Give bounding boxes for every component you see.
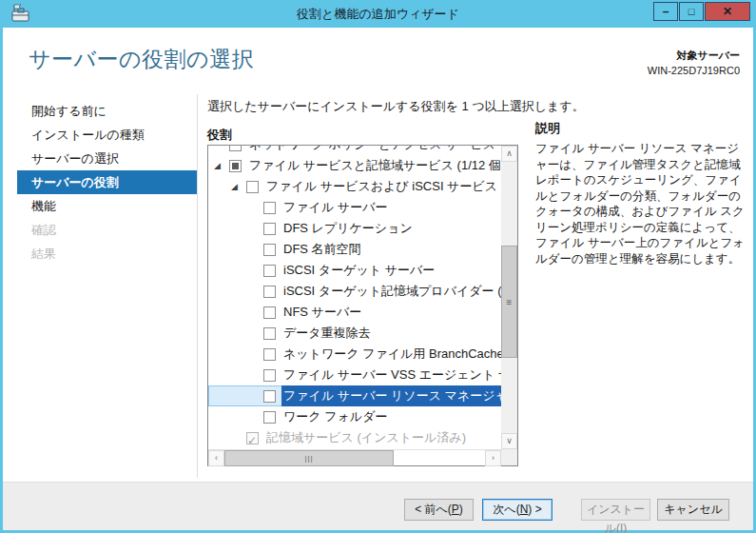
roles-tree: ネットワーク ポリシーとアクセス サービス◢ファイル サービスと記憶域サービス … [208,146,501,449]
sidebar-item-before-begin[interactable]: 開始する前に [17,99,198,123]
roles-tree-listbox: ネットワーク ポリシーとアクセス サービス◢ファイル サービスと記憶域サービス … [207,145,518,466]
vertical-scrollbar[interactable]: ∧ ≡ ∨ [501,146,517,449]
tree-item-label: データ重複除去 [281,323,373,344]
tree-item-label: ネットワーク ファイル用 BranchCache [281,344,501,365]
tree-item-label: DFS レプリケーション [281,218,415,239]
scroll-right-button[interactable]: › [485,450,501,466]
back-button[interactable]: < 前へ(P) [404,499,474,521]
checkbox[interactable] [229,160,242,172]
tree-item[interactable]: ネットワーク ファイル用 BranchCache [208,344,501,365]
tree-item[interactable]: ◢ファイル サービスと記憶域サービス (1/12 個をインストー [208,155,501,176]
vertical-scrollbar-thumb[interactable]: ≡ [501,246,517,358]
tree-item-label: ファイル サーバー リソース マネージャー [281,385,501,406]
checkbox[interactable] [263,223,276,235]
checkbox[interactable] [263,202,276,214]
checkbox[interactable] [263,348,276,361]
checkbox[interactable] [263,244,276,256]
expander-icon[interactable]: ◢ [231,176,246,197]
tree-item[interactable]: ネットワーク ポリシーとアクセス サービス [208,146,501,155]
sidebar-item-server-roles[interactable]: サーバーの役割 [17,170,198,194]
tree-item[interactable]: ファイル サーバー VSS エージェント サービス [208,365,501,385]
page-title: サーバーの役割の選択 [29,45,254,74]
tree-item[interactable]: iSCSI ターゲット記憶域プロバイダー (VDS およ [208,281,501,302]
tree-item[interactable]: NFS サーバー [208,302,501,323]
tree-item-label: DFS 名前空間 [281,239,363,260]
minimize-button[interactable]: – [653,2,678,21]
sidebar-item-features[interactable]: 機能 [17,194,198,218]
tree-item[interactable]: データ重複除去 [208,323,501,344]
install-button[interactable]: インストール(I) [581,499,650,521]
checkbox[interactable] [263,286,276,298]
description-heading: 説明 [535,120,560,137]
tree-item-label: ファイル サービスと記憶域サービス (1/12 個をインストー [247,155,501,176]
horizontal-scrollbar-thumb[interactable]: ||| [224,450,394,466]
tree-item-label: ワーク フォルダー [281,406,389,427]
tree-item-label: 記憶域サービス (インストール済み) [264,427,468,448]
tree-item[interactable]: ◢ファイル サービスおよび iSCSI サービス [208,176,501,197]
checkbox[interactable] [263,411,276,424]
tree-item[interactable]: ワーク フォルダー [208,406,501,427]
horizontal-scrollbar[interactable]: ‹ ||| › [208,449,501,465]
nav-divider [197,94,198,478]
next-button[interactable]: 次へ(N) > [482,499,552,521]
checkbox[interactable] [263,390,276,403]
target-server-label: 対象サーバー [648,49,740,63]
scroll-left-button[interactable]: ‹ [208,450,224,466]
close-button[interactable]: ✕ [705,2,750,21]
checkbox[interactable] [246,432,259,444]
wizard-footer: < 前へ(P)次へ(N) >インストール(I)キャンセル [3,482,753,530]
wizard-body: サーバーの役割の選択 対象サーバー WIN-225D7J19RC0 開始する前に… [3,28,753,530]
scroll-up-button[interactable]: ∧ [501,146,517,162]
checkbox[interactable] [229,146,242,151]
checkbox[interactable] [263,327,276,340]
checkbox[interactable] [263,306,276,319]
title-bar[interactable]: 役割と機能の追加ウィザード – □ ✕ [0,0,756,28]
target-server-name: WIN-225D7J19RC0 [648,65,740,76]
tree-item[interactable]: DFS レプリケーション [208,218,501,239]
checkbox[interactable] [263,265,276,277]
scrollbar-corner [501,449,517,465]
checkbox[interactable] [246,181,259,193]
instruction-text: 選択したサーバーにインストールする役割を 1 つ以上選択します。 [207,98,585,115]
tree-item-label: NFS サーバー [281,302,363,323]
scroll-down-button[interactable]: ∨ [501,433,517,449]
tree-item[interactable]: DFS 名前空間 [208,239,501,260]
tree-item-label: ファイル サーバー VSS エージェント サービス [281,365,501,385]
maximize-button[interactable]: □ [679,2,704,21]
target-server-block: 対象サーバー WIN-225D7J19RC0 [648,49,740,76]
roles-label: 役割 [207,127,232,144]
wizard-window: 役割と機能の追加ウィザード – □ ✕ サーバーの役割の選択 対象サーバー WI… [0,0,756,533]
sidebar-item-server-selection[interactable]: サーバーの選択 [17,147,198,170]
tree-item[interactable]: ファイル サーバー リソース マネージャー [208,385,501,406]
description-text: ファイル サーバー リソース マネージャーは、ファイル管理タスクと記憶域レポート… [535,141,747,266]
checkbox[interactable] [263,369,276,382]
tree-item-label: iSCSI ターゲット記憶域プロバイダー (VDS およ [281,281,501,302]
wizard-steps-nav: 開始する前にインストールの種類サーバーの選択サーバーの役割機能確認結果 [17,99,198,266]
tree-item-label: ネットワーク ポリシーとアクセス サービス [247,146,497,155]
tree-item[interactable]: ファイル サーバー [208,197,501,218]
sidebar-item-install-type[interactable]: インストールの種類 [17,123,198,147]
sidebar-item-confirmation: 確認 [17,218,198,242]
expander-icon[interactable]: ◢ [214,155,229,176]
tree-item-label: ファイル サービスおよび iSCSI サービス [264,176,499,197]
cancel-button[interactable]: キャンセル [657,499,729,521]
window-title: 役割と機能の追加ウィザード [0,6,756,23]
tree-item[interactable]: 記憶域サービス (インストール済み) [208,427,501,448]
tree-item-label: ファイル サーバー [281,197,389,218]
sidebar-item-results: 結果 [17,242,198,266]
tree-item-label: iSCSI ターゲット サーバー [281,260,436,281]
tree-item[interactable]: iSCSI ターゲット サーバー [208,260,501,281]
